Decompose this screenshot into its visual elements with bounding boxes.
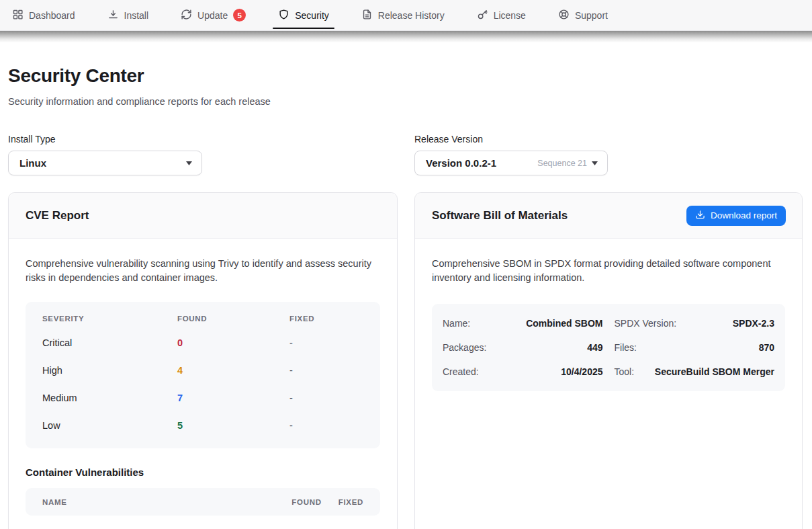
- column-header-fixed: FIXED: [339, 498, 363, 506]
- sbom-field-value: 449: [587, 342, 602, 353]
- sbom-field-value: 10/4/2025: [561, 366, 602, 377]
- tab-label: Support: [575, 10, 608, 21]
- column-header-fixed: FIXED: [289, 313, 363, 329]
- cve-report-description: Comprehensive vulnerability scanning usi…: [26, 257, 375, 285]
- severity-name: Medium: [42, 393, 177, 403]
- tab-update[interactable]: Update 5: [179, 0, 247, 30]
- column-header-found: FOUND: [177, 313, 289, 329]
- severity-found-count: 0: [177, 337, 289, 348]
- dashboard-icon: [12, 9, 24, 22]
- sbom-field-label: Name:: [443, 318, 470, 329]
- page-subtitle: Security information and compliance repo…: [8, 96, 803, 107]
- list-item: Name: Combined SBOM: [443, 311, 603, 335]
- tab-release-history[interactable]: Release History: [360, 0, 446, 30]
- update-count-badge: 5: [233, 9, 246, 22]
- list-item: Packages: 449: [443, 335, 603, 360]
- severity-table: SEVERITY FOUND FIXED Critical 0 - High 4…: [26, 302, 380, 448]
- severity-fixed-count: -: [289, 365, 363, 376]
- release-sequence-hint: Sequence 21: [537, 159, 587, 168]
- top-nav: Dashboard Install Update 5 Security Rele…: [0, 0, 812, 31]
- table-row: Low 5 -: [42, 411, 363, 439]
- install-type-filter: Install Type Linux: [8, 134, 398, 175]
- sbom-description: Comprehensive SBOM in SPDX format provid…: [432, 257, 781, 285]
- table-row: High 4 -: [42, 356, 363, 384]
- tab-label: Security: [295, 10, 329, 21]
- tab-support[interactable]: Support: [557, 0, 609, 30]
- page-title: Security Center: [8, 65, 803, 87]
- download-icon: [695, 210, 705, 222]
- tab-license[interactable]: License: [476, 0, 527, 30]
- column-header-severity: SEVERITY: [42, 313, 177, 329]
- report-cards: CVE Report Comprehensive vulnerability s…: [8, 192, 803, 529]
- download-report-button[interactable]: Download report: [686, 206, 786, 226]
- tab-label: Update: [197, 10, 228, 21]
- sbom-card: Software Bill of Materials Download repo…: [414, 192, 803, 529]
- severity-fixed-count: -: [289, 337, 363, 348]
- tab-install[interactable]: Install: [106, 0, 150, 30]
- chevron-down-icon: [592, 161, 598, 165]
- tab-label: Install: [124, 10, 149, 21]
- sbom-body: Comprehensive SBOM in SPDX format provid…: [415, 239, 802, 409]
- install-icon: [107, 9, 119, 22]
- tab-label: License: [494, 10, 526, 21]
- release-version-filter: Release Version Version 0.0.2-1 Sequence…: [414, 134, 803, 175]
- filters-row: Install Type Linux Release Version Versi…: [8, 134, 803, 175]
- severity-name: High: [42, 365, 177, 376]
- sbom-header: Software Bill of Materials Download repo…: [415, 193, 802, 239]
- sbom-field-label: Created:: [443, 366, 479, 377]
- tab-security[interactable]: Security: [277, 0, 330, 30]
- sbom-title: Software Bill of Materials: [432, 209, 568, 222]
- list-item: Files: 870: [615, 335, 775, 360]
- column-header-name: NAME: [42, 498, 275, 506]
- severity-fixed-count: -: [289, 393, 363, 403]
- download-report-label: Download report: [711, 210, 777, 220]
- severity-name: Critical: [42, 337, 177, 348]
- sbom-field-value: SPDX-2.3: [733, 318, 774, 329]
- sbom-field-value: Combined SBOM: [526, 318, 602, 329]
- release-version-select[interactable]: Version 0.0.2-1 Sequence 21: [414, 151, 608, 175]
- release-version-label: Release Version: [414, 134, 803, 145]
- release-version-value: Version 0.0.2-1: [426, 157, 496, 169]
- sbom-field-label: Tool:: [615, 366, 635, 377]
- list-item: SPDX Version: SPDX-2.3: [615, 311, 775, 335]
- severity-fixed-count: -: [289, 420, 363, 431]
- severity-found-count: 4: [177, 365, 289, 376]
- container-vulnerabilities-table-header: NAME FOUND FIXED: [26, 488, 380, 516]
- sbom-field-label: Packages:: [443, 342, 486, 353]
- list-item: Created: 10/4/2025: [443, 360, 603, 384]
- sbom-field-value: SecureBuild SBOM Merger: [655, 366, 774, 377]
- severity-found-count: 5: [177, 420, 289, 431]
- severity-name: Low: [42, 420, 177, 431]
- install-type-value: Linux: [19, 157, 46, 169]
- chevron-down-icon: [186, 161, 192, 165]
- sbom-field-value: 870: [759, 342, 774, 353]
- column-header-found: FOUND: [291, 498, 321, 506]
- table-row: Critical 0 -: [42, 329, 363, 356]
- license-icon: [477, 9, 488, 22]
- tab-label: Release History: [378, 10, 445, 21]
- install-type-select[interactable]: Linux: [8, 151, 202, 175]
- support-icon: [558, 9, 570, 22]
- header-shadow: [0, 31, 812, 42]
- severity-table-header: SEVERITY FOUND FIXED: [42, 313, 363, 329]
- install-type-label: Install Type: [8, 134, 398, 145]
- severity-found-count: 7: [177, 393, 289, 403]
- cve-report-card: CVE Report Comprehensive vulnerability s…: [8, 192, 398, 529]
- container-vulnerabilities-title: Container Vulnerabilities: [26, 466, 380, 478]
- cve-report-title: CVE Report: [26, 209, 89, 222]
- cve-report-header: CVE Report: [9, 193, 397, 239]
- list-item: Tool: SecureBuild SBOM Merger: [615, 360, 775, 384]
- security-icon: [278, 9, 289, 22]
- sbom-field-label: Files:: [615, 342, 637, 353]
- update-icon: [181, 9, 192, 22]
- tab-dashboard[interactable]: Dashboard: [11, 0, 77, 30]
- table-row: Medium 7 -: [42, 384, 363, 411]
- release-history-icon: [361, 9, 373, 22]
- tab-label: Dashboard: [29, 10, 75, 21]
- sbom-info-grid: Name: Combined SBOM SPDX Version: SPDX-2…: [432, 304, 785, 391]
- cve-report-body: Comprehensive vulnerability scanning usi…: [9, 239, 397, 529]
- security-center-page: Security Center Security information and…: [0, 42, 812, 529]
- sbom-field-label: SPDX Version:: [615, 318, 677, 329]
